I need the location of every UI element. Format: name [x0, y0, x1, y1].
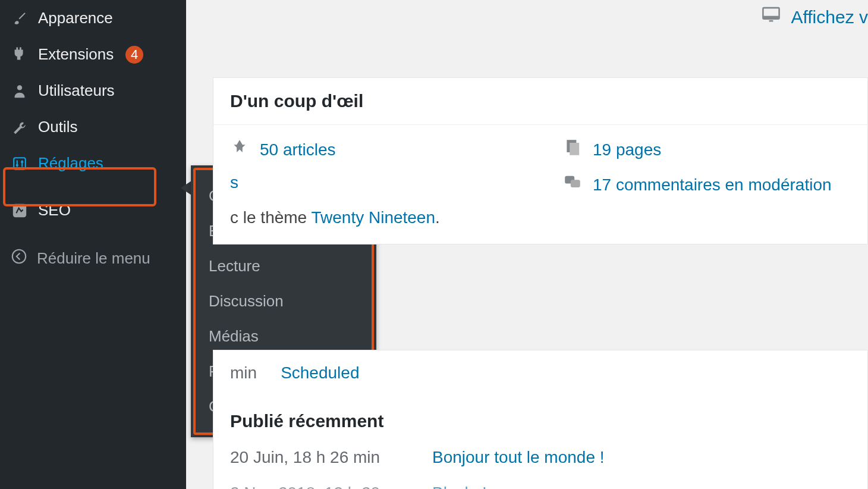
svg-point-3	[21, 161, 23, 163]
svg-rect-9	[570, 143, 579, 155]
recent-row: 2 Nov 2018, 12 h 20 min Block: Image	[230, 484, 851, 489]
sidebar-item-tools[interactable]: Outils	[0, 109, 186, 145]
scheduled-recent-panel: min Scheduled Publié récemment 20 Juin, …	[213, 350, 868, 489]
recent-link[interactable]: Bonjour tout le monde !	[432, 448, 605, 467]
admin-sidebar: Apparence Extensions 4 Utilisateurs Outi…	[0, 0, 186, 489]
main-content: Affichez v D'un coup d'œil 50 articles 1…	[186, 0, 868, 489]
top-right-label: Affichez v	[791, 7, 868, 27]
sidebar-item-appearance[interactable]: Apparence	[0, 0, 186, 36]
pages-icon	[563, 138, 582, 161]
sidebar-item-label: Extensions	[38, 45, 114, 64]
stat-pages: 19 pages	[563, 138, 661, 161]
svg-rect-11	[571, 180, 580, 187]
user-icon	[11, 82, 29, 100]
partial-text: s	[230, 173, 238, 192]
update-badge: 4	[125, 46, 143, 64]
sidebar-item-label: SEO	[38, 201, 71, 220]
theme-prefix: c le thème	[230, 208, 311, 227]
svg-point-2	[16, 164, 18, 166]
svg-point-0	[17, 85, 22, 90]
display-icon	[761, 5, 781, 29]
sidebar-item-seo[interactable]: SEO	[0, 192, 186, 228]
pages-link[interactable]: 19 pages	[593, 140, 661, 159]
scheduled-time-suffix: min	[230, 363, 257, 383]
seo-icon	[11, 202, 29, 220]
sidebar-item-settings[interactable]: Réglages	[0, 145, 186, 181]
sliders-icon	[11, 155, 29, 173]
collapse-label: Réduire le menu	[37, 249, 150, 268]
stat-spacer: s	[230, 173, 563, 196]
svg-point-5	[12, 250, 26, 263]
comments-link[interactable]: 17 commentaires en modération	[593, 175, 832, 195]
theme-line: c le thème Twenty Nineteen.	[230, 208, 851, 227]
sidebar-item-label: Outils	[38, 118, 77, 136]
recent-link[interactable]: Block: Image	[432, 484, 529, 489]
wrench-icon	[11, 118, 29, 136]
recent-date: 20 Juin, 18 h 26 min	[230, 448, 408, 467]
svg-rect-7	[763, 16, 779, 19]
scheduled-link[interactable]: Scheduled	[281, 363, 359, 383]
recent-title: Publié récemment	[230, 411, 851, 431]
panel-title: D'un coup d'œil	[213, 78, 867, 125]
recent-date: 2 Nov 2018, 12 h 20 min	[230, 484, 408, 489]
sidebar-item-label: Apparence	[38, 9, 113, 27]
top-right-link[interactable]: Affichez v	[761, 0, 868, 34]
plugin-icon	[11, 46, 29, 64]
sidebar-item-label: Réglages	[38, 154, 103, 173]
sidebar-item-label: Utilisateurs	[38, 82, 115, 100]
svg-rect-4	[13, 203, 26, 217]
scheduled-row: min Scheduled	[230, 363, 851, 383]
recent-row: 20 Juin, 18 h 26 min Bonjour tout le mon…	[230, 448, 851, 467]
stat-comments: 17 commentaires en modération	[563, 173, 832, 196]
collapse-menu[interactable]: Réduire le menu	[0, 239, 186, 278]
sidebar-item-users[interactable]: Utilisateurs	[0, 73, 186, 109]
articles-link[interactable]: 50 articles	[260, 140, 336, 159]
collapse-icon	[11, 248, 27, 269]
comments-icon	[563, 173, 582, 196]
theme-link[interactable]: Twenty Nineteen	[311, 208, 435, 227]
at-a-glance-panel: D'un coup d'œil 50 articles 19 pages	[213, 77, 868, 244]
pin-icon	[230, 138, 249, 161]
brush-icon	[11, 10, 29, 27]
stat-articles: 50 articles	[230, 138, 563, 161]
svg-rect-1	[14, 158, 26, 170]
menu-separator	[0, 181, 186, 192]
sidebar-item-plugins[interactable]: Extensions 4	[0, 36, 186, 73]
